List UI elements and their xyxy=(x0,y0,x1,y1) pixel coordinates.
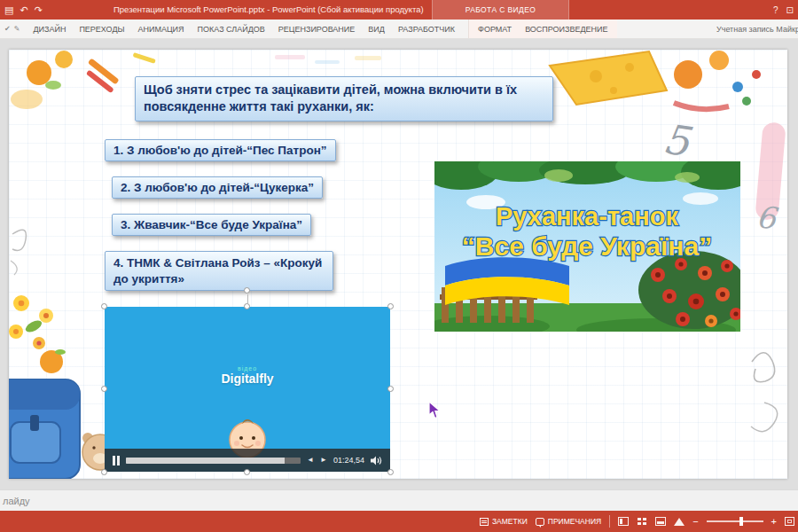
list-textbox-4[interactable]: 4. ТНМК & Світлана Ройз – «Крокуй до укр… xyxy=(105,251,333,291)
decor-number-6: 6 xyxy=(755,199,780,236)
notes-pane[interactable]: лайду xyxy=(0,489,798,512)
notes-icon xyxy=(480,518,489,526)
comments-toggle-label: ПРИМЕЧАНИЯ xyxy=(548,517,601,526)
tab-transitions[interactable]: ПЕРЕХОДЫ xyxy=(79,25,124,34)
tab-slideshow[interactable]: ПОКАЗ СЛАЙДОВ xyxy=(198,25,265,34)
decor-flowers-left xyxy=(9,295,53,349)
resize-handle-bottom[interactable] xyxy=(244,469,250,475)
slideshow-view-button[interactable] xyxy=(674,518,685,526)
notes-toggle-button[interactable]: ЗАМЕТКИ xyxy=(480,517,528,526)
window-title: Презентации Microsoft PowerPoint.pptx - … xyxy=(113,0,424,20)
video-object[interactable]: відео Digitalfly xyxy=(105,307,390,472)
tab-format[interactable]: ФОРМАТ xyxy=(478,25,512,34)
resize-handle-bottom-left[interactable] xyxy=(101,469,107,475)
mouse-cursor xyxy=(428,401,442,419)
zoom-in-button[interactable]: + xyxy=(771,517,777,527)
pause-icon[interactable] xyxy=(113,456,120,466)
normal-view-button[interactable] xyxy=(618,517,629,526)
ribbon-left-icons: ✔ ✎ xyxy=(4,25,20,33)
volume-icon[interactable] xyxy=(371,456,382,466)
decor-backpack xyxy=(9,379,80,479)
resize-handle-top-right[interactable] xyxy=(387,303,394,309)
rotation-handle-line xyxy=(247,294,248,303)
decor-number-5: 5 xyxy=(660,114,694,166)
slide-sorter-view-button[interactable] xyxy=(637,517,647,526)
spellcheck-icon[interactable]: ✔ xyxy=(4,25,11,33)
list-textbox-3[interactable]: 3. Жвавчик-“Все буде Україна” xyxy=(112,214,311,236)
resize-handle-top-left[interactable] xyxy=(101,303,107,309)
edit-icon[interactable]: ✎ xyxy=(14,25,20,33)
comments-toggle-button[interactable]: ПРИМЕЧАНИЯ xyxy=(536,517,601,526)
tab-design[interactable]: ДИЗАЙН xyxy=(33,25,66,34)
help-icon[interactable]: ? xyxy=(773,5,778,15)
reading-view-button[interactable] xyxy=(655,517,666,526)
redo-icon[interactable]: ↷ xyxy=(35,4,43,16)
video-watermark-brand: Digitalfly xyxy=(105,372,390,386)
quick-access-toolbar: ▤ ↶ ↷ xyxy=(4,0,43,20)
list-textbox-2[interactable]: 2. З любов'ю до дітей-“Цукерка” xyxy=(112,176,323,199)
rotation-handle[interactable] xyxy=(244,287,250,293)
zoom-slider-thumb[interactable] xyxy=(739,517,743,526)
status-bar: ЗАМЕТКИ ПРИМЕЧАНИЯ − + xyxy=(0,511,798,532)
resize-handle-bottom-right[interactable] xyxy=(387,469,394,475)
tab-developer[interactable]: РАЗРАБОТЧИК xyxy=(398,25,455,34)
picture-title-line1: Руханка-танок xyxy=(496,202,678,231)
video-tools-tab-group[interactable]: РАБОТА С ВИДЕО xyxy=(432,0,569,20)
comments-icon xyxy=(536,518,544,526)
title-bar: ▤ ↶ ↷ Презентации Microsoft PowerPoint.p… xyxy=(0,0,798,20)
picture-title-line2: “Все буде Україна” xyxy=(462,231,712,261)
video-frame[interactable]: відео Digitalfly xyxy=(105,307,390,472)
resize-handle-right[interactable] xyxy=(387,386,394,392)
slide-picture[interactable]: Руханка-танок “Все буде Україна” xyxy=(434,161,740,332)
slide-title-textbox[interactable]: Щоб зняти стрес та зацікавити дітей, мож… xyxy=(135,76,553,121)
slide-canvas[interactable]: 5 6 xyxy=(9,50,787,479)
save-icon[interactable]: ▤ xyxy=(4,4,13,16)
tab-playback[interactable]: ВОСПРОИЗВЕДЕНИЕ xyxy=(525,25,607,34)
step-back-icon[interactable]: ◄ xyxy=(307,457,314,464)
editing-area: 5 6 xyxy=(0,38,798,489)
zoom-out-button[interactable]: − xyxy=(692,517,698,527)
video-watermark: відео Digitalfly xyxy=(105,365,390,386)
list-textbox-1[interactable]: 1. З любов'ю до дітей-“Пес Патрон” xyxy=(105,139,336,161)
ribbon-tab-row: ✔ ✎ ДИЗАЙН ПЕРЕХОДЫ АНИМАЦИЯ ПОКАЗ СЛАЙД… xyxy=(0,20,798,39)
status-bar-right: ЗАМЕТКИ ПРИМЕЧАНИЯ − + xyxy=(480,511,794,532)
video-time: 01:24,54 xyxy=(333,456,364,465)
account-button[interactable]: Учетная запись Майкрос xyxy=(716,25,798,34)
video-watermark-small: відео xyxy=(105,365,390,372)
status-divider xyxy=(609,515,610,528)
zoom-slider[interactable] xyxy=(707,520,763,522)
ribbon-display-icon[interactable]: ⊡ xyxy=(786,5,794,15)
notes-toggle-label: ЗАМЕТКИ xyxy=(492,517,528,526)
fit-slide-button[interactable] xyxy=(785,517,794,526)
video-contextual-tabs: ФОРМАТ ВОСПРОИЗВЕДЕНИЕ xyxy=(468,20,617,38)
video-progress-bar[interactable] xyxy=(126,458,301,464)
resize-handle-left[interactable] xyxy=(101,386,107,392)
powerpoint-window: ▤ ↶ ↷ Презентации Microsoft PowerPoint.p… xyxy=(0,0,798,532)
step-forward-icon[interactable]: ► xyxy=(320,457,327,464)
resize-handle-top[interactable] xyxy=(244,303,250,309)
tab-view[interactable]: ВИД xyxy=(368,25,385,34)
notes-pane-text: лайду xyxy=(3,496,30,506)
undo-icon[interactable]: ↶ xyxy=(20,4,27,16)
tab-animation[interactable]: АНИМАЦИЯ xyxy=(137,25,184,34)
video-progress-fill xyxy=(126,458,285,464)
tab-review[interactable]: РЕЦЕНЗИРОВАНИЕ xyxy=(278,25,356,34)
titlebar-controls: ? ⊡ xyxy=(773,0,794,20)
